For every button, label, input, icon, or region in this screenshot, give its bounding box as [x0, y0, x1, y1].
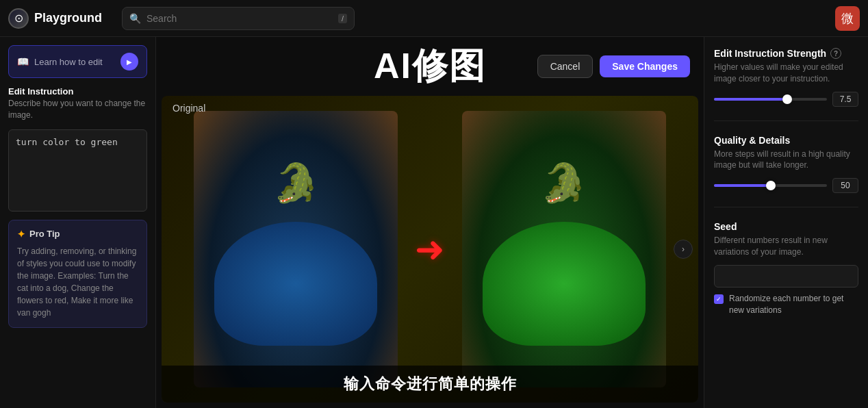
save-changes-button[interactable]: Save Changes	[600, 55, 690, 77]
image-canvas: ➜ 输入命令进行简单的操作	[162, 96, 698, 403]
image-container: Original ➜ 输入命令进行简单的操作	[162, 96, 698, 403]
learn-how-to-edit-button[interactable]: 📖 Learn how to edit ▶	[8, 45, 147, 78]
logo-icon: ⊙	[8, 8, 29, 29]
strength-title: Edit Instruction Strength	[714, 48, 826, 59]
quality-slider-row: 50	[714, 178, 858, 193]
pro-tip-title-label: Pro Tip	[29, 229, 60, 239]
randomize-label: Randomize each number to get new variati…	[729, 293, 858, 316]
original-label: Original	[173, 103, 205, 114]
right-sidebar: Edit Instruction Strength ? Higher value…	[704, 37, 868, 408]
seed-input[interactable]	[714, 265, 858, 288]
quality-slider-track[interactable]	[714, 184, 827, 187]
left-sidebar: 📖 Learn how to edit ▶ Edit Instruction D…	[0, 37, 156, 408]
search-shortcut: /	[338, 14, 347, 23]
before-image	[194, 111, 398, 387]
strength-section: Edit Instruction Strength ? Higher value…	[714, 48, 858, 107]
green-bike-visual	[483, 222, 646, 346]
edit-instruction-desc: Describe how you want to change the imag…	[8, 98, 147, 121]
page-title: AI修图	[374, 42, 486, 90]
topbar: ⊙ Playground 🔍 / 微	[0, 0, 868, 37]
image-content: ➜	[162, 96, 698, 403]
logo-area: ⊙ Playground	[8, 8, 111, 29]
edit-instruction-section: Edit Instruction Describe how you want t…	[8, 86, 147, 121]
seed-desc: Different numbers result in new variatio…	[714, 235, 858, 258]
cancel-button[interactable]: Cancel	[537, 55, 593, 78]
play-button[interactable]: ▶	[120, 53, 138, 71]
strength-slider-row: 7.5	[714, 92, 858, 107]
pro-tip-box: ✦ Pro Tip Try adding, removing, or think…	[8, 220, 147, 328]
avatar[interactable]: 微	[835, 6, 860, 31]
main-layout: 📖 Learn how to edit ▶ Edit Instruction D…	[0, 37, 868, 408]
search-input[interactable]	[146, 13, 333, 24]
center-header: AI修图 Cancel Save Changes	[156, 37, 704, 96]
center-area: AI修图 Cancel Save Changes Original ➜	[156, 37, 704, 408]
strength-slider-thumb[interactable]	[782, 94, 792, 104]
strength-info-icon[interactable]: ?	[830, 48, 841, 59]
learn-btn-label: Learn how to edit	[34, 57, 103, 67]
star-icon: ✦	[17, 229, 25, 240]
search-icon: 🔍	[129, 13, 141, 24]
instruction-textarea[interactable]: turn color to green	[8, 129, 147, 212]
strength-desc: Higher values will make your edited imag…	[714, 62, 858, 85]
quality-desc: More steps will result in a high quality…	[714, 149, 858, 172]
logo-text: Playground	[34, 11, 102, 25]
randomize-row: ✓ Randomize each number to get new varia…	[714, 293, 858, 316]
quality-value: 50	[832, 178, 858, 193]
divider-1	[714, 120, 858, 121]
strength-slider-fill	[714, 98, 787, 101]
arrow-container: ➜	[398, 229, 462, 270]
image-subtitle: 输入命令进行简单的操作	[162, 366, 698, 403]
search-bar[interactable]: 🔍 /	[122, 7, 355, 30]
quality-title: Quality & Details	[714, 135, 790, 146]
quality-slider-fill	[714, 184, 771, 187]
strength-slider-track[interactable]	[714, 98, 827, 101]
quality-slider-thumb[interactable]	[766, 181, 776, 190]
strength-value: 7.5	[832, 92, 858, 107]
seed-title: Seed	[714, 221, 737, 232]
seed-section: Seed Different numbers result in new var…	[714, 221, 858, 316]
edit-instruction-title: Edit Instruction	[8, 86, 147, 97]
check-icon: ✓	[716, 296, 722, 303]
after-image	[462, 111, 666, 387]
randomize-checkbox[interactable]: ✓	[714, 294, 724, 304]
divider-2	[714, 207, 858, 207]
header-actions: Cancel Save Changes	[537, 55, 690, 78]
pro-tip-text: Try adding, removing, or thinking of sty…	[17, 245, 138, 319]
blue-bike-visual	[214, 222, 377, 346]
next-button[interactable]: ›	[674, 240, 693, 259]
book-icon: 📖	[17, 56, 29, 67]
quality-section: Quality & Details More steps will result…	[714, 135, 858, 194]
arrow-icon: ➜	[415, 229, 445, 270]
